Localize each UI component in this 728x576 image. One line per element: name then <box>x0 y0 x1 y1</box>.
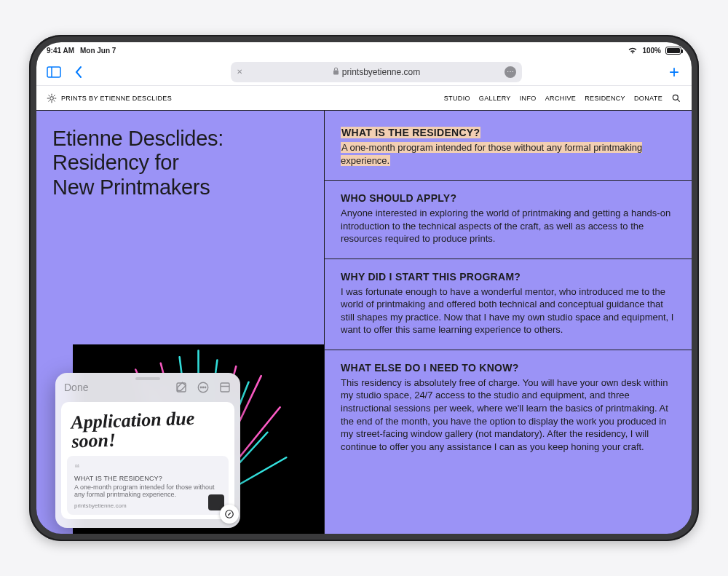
handwritten-text: Application due soon! <box>66 405 229 459</box>
page-content: Etienne Desclides: Residency for New Pri… <box>36 111 692 534</box>
url-bar[interactable]: ✕ printsbyetienne.com ⋯ <box>231 62 522 82</box>
battery-percent: 100% <box>642 47 661 55</box>
drag-handle-icon[interactable] <box>135 377 160 380</box>
svg-line-13 <box>677 99 679 101</box>
heading-line-3: New Printmakers <box>52 175 210 199</box>
site-logo[interactable]: PRINTS BY ETIENNE DESCLIDES <box>47 93 172 103</box>
sun-icon <box>47 93 57 103</box>
url-text: printsbyetienne.com <box>342 67 420 77</box>
ipad-screen: 9:41 AM Mon Jun 7 100% ✕ <box>36 42 692 534</box>
faq-column: WHAT IS THE RESIDENCY? A one-month progr… <box>325 111 692 534</box>
nav-studio[interactable]: STUDIO <box>444 95 470 102</box>
quote-icon: ❝ <box>74 462 221 473</box>
svg-line-11 <box>54 95 55 95</box>
nav-donate[interactable]: DONATE <box>634 95 662 102</box>
svg-point-32 <box>202 387 204 388</box>
battery-icon <box>665 47 681 55</box>
site-header: PRINTS BY ETIENNE DESCLIDES STUDIO GALLE… <box>36 86 692 111</box>
ipad-device-frame: 9:41 AM Mon Jun 7 100% ✕ <box>29 35 699 541</box>
heading-line-2: Residency for <box>52 151 179 174</box>
svg-line-10 <box>49 100 50 100</box>
back-button[interactable] <box>70 63 87 81</box>
heading-line-1: Etienne Desclides: <box>52 127 223 150</box>
grid-icon[interactable] <box>218 381 232 394</box>
faq-question: WHO SHOULD APPLY? <box>341 192 676 204</box>
sidebar-toggle-icon[interactable] <box>45 63 63 81</box>
compose-icon[interactable] <box>175 381 188 394</box>
svg-point-31 <box>200 387 202 388</box>
faq-answer: I was fortunate enough to have a wonderf… <box>341 285 676 336</box>
link-title: WHAT IS THE RESIDENCY? <box>74 475 221 482</box>
safari-toolbar: ✕ printsbyetienne.com ⋯ + <box>36 58 692 86</box>
faq-answer: This residency is absolutely free of cha… <box>341 376 676 453</box>
svg-point-12 <box>673 95 678 100</box>
ios-status-bar: 9:41 AM Mon Jun 7 100% <box>36 42 692 58</box>
link-desc: A one-month program intended for those w… <box>74 484 221 498</box>
svg-rect-2 <box>333 70 339 74</box>
site-nav: STUDIO GALLERY INFO ARCHIVE RESIDENCY DO… <box>444 93 681 103</box>
apple-pencil-icon[interactable] <box>220 505 239 524</box>
quick-note-panel[interactable]: Done Application due soon! ❝ WHAT IS THE… <box>55 373 240 528</box>
new-tab-button[interactable]: + <box>665 63 683 81</box>
tracker-shield-icon[interactable]: ✕ <box>237 68 242 76</box>
status-date: Mon Jun 7 <box>80 47 116 55</box>
faq-item: WHY DID I START THIS PROGRAM? I was fort… <box>325 259 692 350</box>
faq-question: WHAT ELSE DO I NEED TO KNOW? <box>341 362 676 374</box>
faq-question: WHAT IS THE RESIDENCY? <box>341 127 676 138</box>
lock-icon <box>333 67 339 77</box>
more-icon[interactable] <box>197 381 210 394</box>
faq-item: WHAT IS THE RESIDENCY? A one-month progr… <box>325 111 692 181</box>
search-icon[interactable] <box>671 93 681 103</box>
faq-item: WHO SHOULD APPLY? Anyone interested in e… <box>325 181 692 259</box>
nav-archive[interactable]: ARCHIVE <box>545 95 577 102</box>
status-time: 9:41 AM <box>47 47 74 55</box>
wifi-icon <box>628 47 638 54</box>
site-title: PRINTS BY ETIENNE DESCLIDES <box>61 95 172 102</box>
svg-point-33 <box>205 387 206 388</box>
nav-residency[interactable]: RESIDENCY <box>585 95 625 102</box>
quick-note-toolbar: Done <box>55 373 240 402</box>
svg-line-9 <box>54 100 55 100</box>
nav-info[interactable]: INFO <box>520 95 537 102</box>
done-button[interactable]: Done <box>64 382 88 393</box>
svg-rect-0 <box>47 67 60 77</box>
link-source: printsbyetienne.com <box>74 502 221 509</box>
page-settings-icon[interactable]: ⋯ <box>505 66 516 78</box>
svg-line-8 <box>49 95 50 95</box>
quick-note-body[interactable]: Application due soon! ❝ WHAT IS THE RESI… <box>61 402 234 519</box>
page-heading: Etienne Desclides: Residency for New Pri… <box>52 127 308 200</box>
svg-rect-34 <box>221 383 229 392</box>
faq-question: WHY DID I START THIS PROGRAM? <box>341 271 676 283</box>
quick-note-link-card[interactable]: ❝ WHAT IS THE RESIDENCY? A one-month pro… <box>67 456 229 515</box>
faq-item: WHAT ELSE DO I NEED TO KNOW? This reside… <box>325 350 692 466</box>
svg-point-3 <box>50 96 54 100</box>
faq-answer: Anyone interested in exploring the world… <box>341 207 676 245</box>
nav-gallery[interactable]: GALLERY <box>479 95 511 102</box>
faq-answer: A one-month program intended for those w… <box>341 141 676 167</box>
